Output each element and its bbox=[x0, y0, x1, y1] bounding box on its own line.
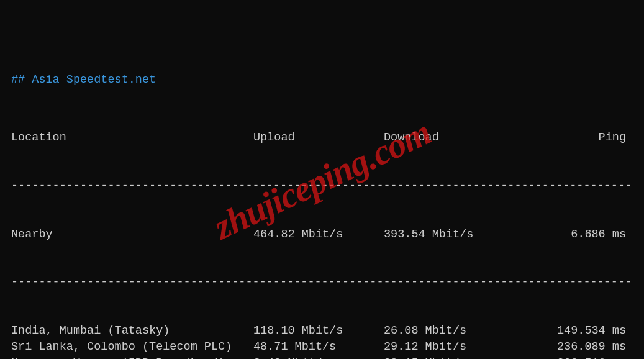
header-download: Download bbox=[384, 130, 517, 146]
cell-ping: 149.534 ms bbox=[517, 323, 626, 339]
header-ping: Ping bbox=[517, 130, 626, 146]
divider-line: ----------------------------------------… bbox=[11, 178, 633, 194]
table-row: India, Mumbai (Tatasky)118.10 Mbit/s26.0… bbox=[11, 323, 633, 339]
data-rows: India, Mumbai (Tatasky)118.10 Mbit/s26.0… bbox=[11, 323, 633, 359]
cell-upload: 48.71 Mbit/s bbox=[253, 339, 384, 355]
cell-download: 29.15 Mbit/s bbox=[384, 355, 517, 359]
nearby-upload: 464.82 Mbit/s bbox=[253, 227, 384, 243]
section-heading: ## Asia Speedtest.net bbox=[11, 72, 633, 88]
header-upload: Upload bbox=[253, 130, 384, 146]
nearby-ping: 6.686 ms bbox=[517, 227, 626, 243]
nearby-location: Nearby bbox=[11, 227, 253, 243]
cell-download: 26.08 Mbit/s bbox=[384, 323, 517, 339]
table-row: Myanmar, Yangon (5BB Broadband)3.49 Mbit… bbox=[11, 355, 633, 359]
table-row: Sri Lanka, Colombo (Telecom PLC)48.71 Mb… bbox=[11, 339, 633, 355]
cell-ping: 236.089 ms bbox=[517, 339, 626, 355]
nearby-row: Nearby 464.82 Mbit/s 393.54 Mbit/s 6.686… bbox=[11, 227, 633, 243]
cell-upload: 118.10 Mbit/s bbox=[253, 323, 384, 339]
cell-download: 29.12 Mbit/s bbox=[384, 339, 517, 355]
header-location: Location bbox=[11, 130, 253, 146]
cell-ping: 203.516 ms bbox=[517, 355, 626, 359]
nearby-download: 393.54 Mbit/s bbox=[384, 227, 517, 243]
cell-location: Myanmar, Yangon (5BB Broadband) bbox=[11, 355, 253, 359]
cell-location: India, Mumbai (Tatasky) bbox=[11, 323, 253, 339]
table-header-row: Location Upload Download Ping bbox=[11, 130, 633, 146]
divider-line: ----------------------------------------… bbox=[11, 275, 633, 291]
cell-upload: 3.49 Mbit/s bbox=[253, 355, 384, 359]
cell-location: Sri Lanka, Colombo (Telecom PLC) bbox=[11, 339, 253, 355]
